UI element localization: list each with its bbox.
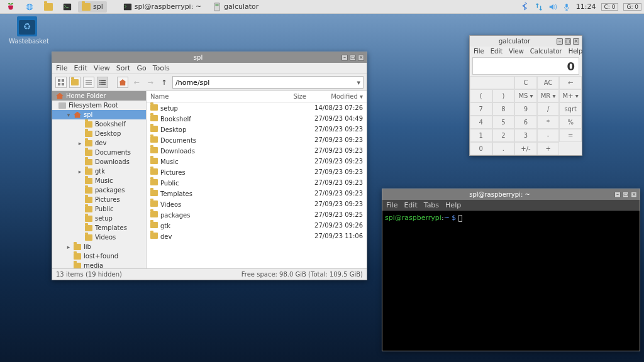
menu-view[interactable]: View — [94, 64, 110, 72]
calc-key[interactable] — [470, 76, 514, 89]
menu-tabs[interactable]: Tabs — [424, 201, 439, 209]
terminal-launcher[interactable] — [59, 1, 75, 13]
menu-edit[interactable]: Edit — [404, 201, 417, 209]
file-row[interactable]: Desktop27/09/23 09:23 — [147, 124, 367, 134]
nav-home-button[interactable] — [117, 77, 128, 88]
sidebar-home-folder[interactable]: Home Folder — [52, 91, 146, 101]
taskbar-task-filemanager[interactable]: spl — [78, 1, 107, 13]
close-button[interactable]: × — [631, 192, 637, 198]
minimize-button[interactable]: – — [557, 38, 563, 45]
sidebar-item-setup[interactable]: setup — [52, 214, 146, 223]
calc-key[interactable]: % — [559, 116, 582, 129]
col-size[interactable]: Size — [275, 93, 306, 100]
sidebar-item-gtk[interactable]: ▸gtk — [52, 167, 146, 176]
calc-key[interactable]: 1 — [470, 129, 492, 142]
calc-key[interactable]: C — [514, 76, 537, 89]
calc-key[interactable]: * — [537, 116, 560, 129]
sidebar-item-desktop[interactable]: Desktop — [52, 129, 146, 138]
calc-key[interactable]: ← — [559, 76, 582, 89]
sidebar-item-templates[interactable]: Templates — [52, 223, 146, 233]
file-row[interactable]: Templates27/09/23 09:23 — [147, 188, 367, 199]
col-modified[interactable]: Modified ▾ — [306, 93, 363, 100]
sidebar-item-documents[interactable]: Documents — [52, 148, 146, 157]
sidebar-item-spl[interactable]: ▾spl — [52, 110, 146, 119]
term-titlebar[interactable]: spl@raspberrypi: ~ – ▭ × — [382, 189, 640, 200]
terminal-body[interactable]: spl@raspberrypi:~ $ — [382, 211, 640, 351]
file-row[interactable]: Documents27/09/23 09:23 — [147, 134, 367, 145]
calc-key[interactable]: AC — [537, 76, 560, 89]
microphone-icon[interactable] — [562, 3, 571, 11]
taskbar-task-calculator[interactable]: galculator — [209, 1, 262, 13]
calc-key[interactable]: 4 — [470, 116, 492, 129]
sidebar-item-media[interactable]: media — [52, 261, 146, 268]
menu-edit[interactable]: Edit — [74, 64, 87, 72]
calc-key[interactable]: 2 — [492, 129, 515, 142]
file-row[interactable]: Downloads27/09/23 09:23 — [147, 145, 367, 156]
network-icon[interactable] — [535, 3, 543, 11]
path-history-dropdown[interactable]: ▾ — [357, 79, 360, 87]
calc-key[interactable]: 6 — [514, 116, 537, 129]
fm-column-headers[interactable]: Name Size Modified ▾ — [147, 91, 367, 102]
tray-gpu[interactable]: G: 0 — [623, 3, 641, 11]
calc-key[interactable]: = — [559, 129, 582, 142]
calc-key[interactable]: MS ▾ — [514, 89, 537, 102]
menu-help[interactable]: Help — [569, 48, 583, 55]
menu-file[interactable]: File — [56, 64, 67, 72]
file-row[interactable]: packages27/09/23 09:25 — [147, 209, 367, 220]
sidebar-filesystem-root[interactable]: Filesystem Root — [52, 101, 146, 110]
calc-key[interactable]: 3 — [514, 129, 537, 142]
calc-key[interactable]: ) — [492, 89, 515, 102]
close-button[interactable]: × — [573, 38, 579, 45]
menu-file[interactable]: File — [386, 201, 397, 209]
sidebar-item-dev[interactable]: ▸dev — [52, 138, 146, 148]
file-row[interactable]: Public27/09/23 09:23 — [147, 177, 367, 188]
menu-edit[interactable]: Edit — [491, 48, 502, 55]
minimize-button[interactable]: – — [614, 192, 621, 198]
clock[interactable]: 11:24 — [576, 3, 596, 11]
sidebar-item-pictures[interactable]: Pictures — [52, 195, 146, 204]
path-bar[interactable]: ▾ — [172, 76, 364, 89]
col-name[interactable]: Name — [150, 93, 275, 100]
calc-key[interactable]: + — [537, 142, 560, 155]
close-button[interactable]: × — [358, 55, 364, 61]
sidebar-item-public[interactable]: Public — [52, 204, 146, 214]
file-row[interactable]: setup14/08/23 07:26 — [147, 102, 367, 113]
view-compact-button[interactable] — [83, 77, 94, 88]
menu-file[interactable]: File — [474, 48, 484, 55]
web-browser-launcher[interactable] — [21, 1, 38, 13]
menu-help[interactable]: Help — [445, 201, 461, 209]
sidebar-item-packages[interactable]: packages — [52, 185, 146, 195]
sidebar-item-downloads[interactable]: Downloads — [52, 157, 146, 167]
menu-tools[interactable]: Tools — [153, 64, 170, 72]
calc-key[interactable]: M+ ▾ — [559, 89, 582, 102]
menu-go[interactable]: Go — [136, 64, 146, 72]
calc-key[interactable]: +/- — [514, 142, 537, 155]
sidebar-item-lib[interactable]: ▸lib — [52, 242, 146, 251]
file-row[interactable]: Music27/09/23 09:23 — [147, 156, 367, 167]
calc-key[interactable]: 0 — [470, 142, 492, 155]
calc-titlebar[interactable]: galculator – ▢ × — [470, 36, 582, 47]
nav-back-button[interactable]: ← — [131, 77, 142, 88]
sidebar-item-bookshelf[interactable]: Bookshelf — [52, 119, 146, 129]
maximize-button[interactable]: ▭ — [350, 55, 356, 61]
calc-key[interactable]: ( — [470, 89, 492, 102]
maximize-button[interactable]: ▢ — [565, 38, 571, 45]
calc-key[interactable]: 9 — [514, 102, 537, 116]
calc-key[interactable]: 5 — [492, 116, 515, 129]
bluetooth-icon[interactable] — [521, 3, 530, 11]
menu-sort[interactable]: Sort — [116, 64, 131, 72]
tray-cpu[interactable]: C: 0 — [601, 3, 619, 11]
view-list-button[interactable] — [97, 77, 108, 88]
minimize-button[interactable]: – — [341, 55, 348, 61]
start-menu-button[interactable] — [3, 1, 19, 13]
calc-key[interactable]: . — [492, 142, 515, 155]
path-input[interactable] — [175, 79, 354, 87]
view-icons-button[interactable] — [55, 77, 67, 88]
nav-forward-button[interactable]: → — [145, 77, 156, 88]
calc-key[interactable]: 8 — [492, 102, 515, 116]
fm-titlebar[interactable]: spl – ▭ × — [52, 52, 367, 63]
menu-calculator[interactable]: Calculator — [530, 48, 562, 55]
menu-view[interactable]: View — [509, 48, 524, 55]
sidebar-item-lostfound[interactable]: lost+found — [52, 251, 146, 261]
calc-key[interactable]: MR ▾ — [537, 89, 560, 102]
